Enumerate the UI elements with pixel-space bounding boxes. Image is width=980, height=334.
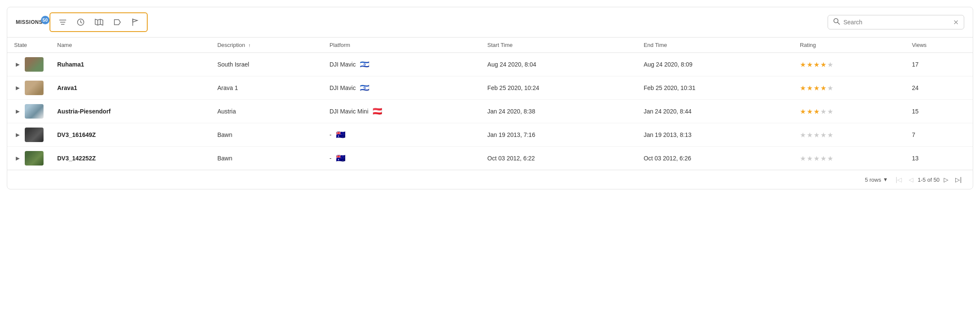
end-time: Jan 19 2013, 8:13 — [644, 131, 691, 138]
star-1: ★ — [800, 154, 806, 163]
expand-row-button[interactable]: ▶ — [14, 130, 21, 139]
table-row: ▶ Ruhama1South Israel DJI Mavic 🇮🇱 Aug 2… — [7, 53, 973, 76]
table-row: ▶ DV3_142252ZBawn - 🇦🇺 Oct 03 2012, 6:22… — [7, 147, 973, 170]
view-count: 13 — [912, 155, 919, 162]
country-flag: 🇦🇺 — [336, 154, 345, 163]
start-time: Aug 24 2020, 8:04 — [487, 61, 536, 68]
rows-count-label: 5 rows — [865, 177, 881, 183]
col-state: State — [7, 38, 50, 53]
rows-dropdown-button[interactable]: ▼ — [883, 177, 888, 183]
rating-stars: ★★★★★ — [800, 154, 898, 163]
col-platform: Platform — [323, 38, 481, 53]
mission-name: Austria-Piesendorf — [57, 108, 111, 115]
header: MISSIONS 50 — [7, 7, 973, 38]
table-body: ▶ Ruhama1South Israel DJI Mavic 🇮🇱 Aug 2… — [7, 53, 973, 170]
col-views: Views — [905, 38, 973, 53]
mission-name: Arava1 — [57, 84, 77, 91]
mission-thumbnail — [25, 57, 44, 72]
mission-description: Bawn — [217, 131, 232, 138]
pagination-label: 1-5 of 50 — [918, 177, 939, 183]
star-3: ★ — [814, 154, 820, 163]
pagination: |◁ ◁ 1-5 of 50 ▷ ▷| — [893, 174, 964, 185]
mission-thumbnail — [25, 151, 44, 166]
end-time: Aug 24 2020, 8:09 — [644, 61, 692, 68]
end-time: Jan 24 2020, 8:44 — [644, 108, 691, 115]
svg-line-5 — [81, 22, 82, 23]
svg-marker-6 — [95, 19, 103, 25]
mission-name: DV3_142252Z — [57, 155, 96, 162]
search-clear-button[interactable]: ✕ — [953, 18, 959, 26]
country-flag: 🇮🇱 — [360, 60, 369, 69]
star-3: ★ — [814, 61, 820, 69]
view-count: 24 — [912, 84, 919, 91]
star-1: ★ — [800, 61, 806, 69]
last-page-button[interactable]: ▷| — [953, 174, 964, 185]
expand-row-button[interactable]: ▶ — [14, 83, 21, 93]
star-5: ★ — [827, 154, 833, 163]
star-3: ★ — [814, 84, 820, 92]
view-count: 15 — [912, 108, 919, 115]
clock-button[interactable] — [73, 16, 89, 29]
star-5: ★ — [827, 84, 833, 92]
missions-count-badge: 50 — [41, 16, 50, 24]
star-1: ★ — [800, 107, 806, 116]
map-button[interactable] — [90, 16, 108, 28]
star-5: ★ — [827, 131, 833, 139]
col-start-time: Start Time — [481, 38, 637, 53]
next-page-button[interactable]: ▷ — [941, 174, 951, 185]
mission-thumbnail — [25, 128, 44, 142]
rating-stars: ★★★★★ — [800, 131, 898, 139]
col-rating: Rating — [793, 38, 905, 53]
prev-page-button[interactable]: ◁ — [906, 174, 916, 185]
country-flag: 🇦🇹 — [373, 107, 382, 116]
expand-row-button[interactable]: ▶ — [14, 60, 21, 69]
search-icon — [833, 18, 840, 26]
star-4: ★ — [820, 84, 826, 92]
star-3: ★ — [814, 107, 820, 116]
col-end-time: End Time — [637, 38, 793, 53]
expand-row-button[interactable]: ▶ — [14, 107, 21, 116]
star-1: ★ — [800, 84, 806, 92]
end-time: Oct 03 2012, 6:26 — [644, 155, 691, 162]
end-time: Feb 25 2020, 10:31 — [644, 84, 695, 91]
col-name: Name — [50, 38, 210, 53]
platform-name: - — [330, 155, 332, 162]
start-time: Jan 19 2013, 7:16 — [487, 131, 535, 138]
search-input[interactable] — [843, 19, 950, 26]
table-row: ▶ Arava1Arava 1 DJI Mavic 🇮🇱 Feb 25 2020… — [7, 76, 973, 100]
rows-selector: 5 rows ▼ — [865, 177, 888, 183]
start-time: Feb 25 2020, 10:24 — [487, 84, 539, 91]
mission-thumbnail — [25, 81, 44, 95]
filter-button[interactable] — [55, 17, 71, 28]
flag-button[interactable] — [127, 16, 143, 29]
table-footer: 5 rows ▼ |◁ ◁ 1-5 of 50 ▷ ▷| — [7, 170, 973, 189]
view-count: 7 — [912, 131, 915, 138]
sort-arrow-description: ↑ — [248, 43, 251, 48]
rating-stars: ★★★★★ — [800, 84, 898, 92]
start-time: Jan 24 2020, 8:38 — [487, 108, 535, 115]
col-description[interactable]: Description ↑ — [210, 38, 323, 53]
tag-button[interactable] — [109, 16, 125, 28]
platform-name: - — [330, 131, 332, 138]
mission-description: Bawn — [217, 155, 232, 162]
platform-name: DJI Mavic Mini — [330, 108, 368, 115]
star-5: ★ — [827, 107, 833, 116]
star-4: ★ — [820, 61, 826, 69]
search-box: ✕ — [828, 15, 964, 29]
star-2: ★ — [807, 84, 813, 92]
star-4: ★ — [820, 131, 826, 139]
first-page-button[interactable]: |◁ — [893, 174, 904, 185]
missions-table: State Name Description ↑ Platform Start … — [7, 38, 973, 170]
mission-description: Arava 1 — [217, 84, 238, 91]
mission-name: DV3_161649Z — [57, 131, 96, 138]
mission-description: South Israel — [217, 61, 249, 68]
star-1: ★ — [800, 131, 806, 139]
star-4: ★ — [820, 154, 826, 163]
star-2: ★ — [807, 107, 813, 116]
star-3: ★ — [814, 131, 820, 139]
star-2: ★ — [807, 131, 813, 139]
svg-line-11 — [838, 23, 840, 25]
expand-row-button[interactable]: ▶ — [14, 154, 21, 163]
missions-title: MISSIONS — [16, 19, 43, 25]
star-2: ★ — [807, 61, 813, 69]
